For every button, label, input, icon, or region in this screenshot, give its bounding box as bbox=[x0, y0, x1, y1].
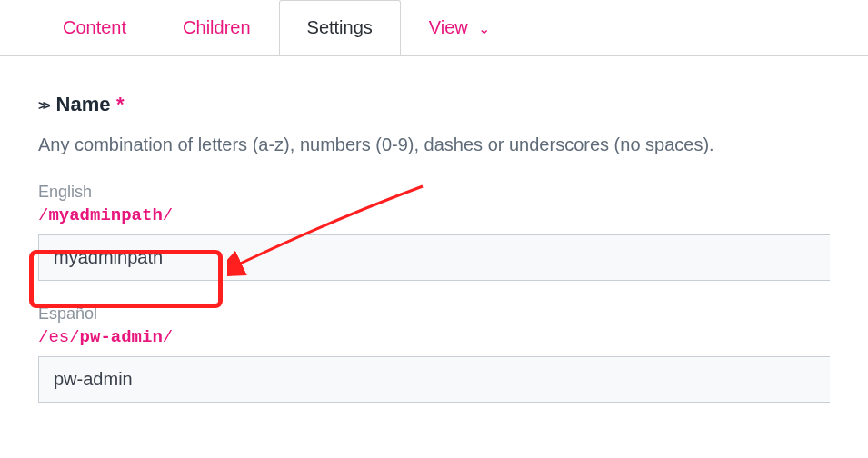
chevron-down-icon: ⌄ bbox=[478, 20, 490, 37]
name-input-english[interactable] bbox=[38, 234, 830, 281]
path-prefix: / bbox=[38, 205, 48, 225]
field-description: Any combination of letters (a-z), number… bbox=[38, 134, 830, 155]
settings-panel: >> Name * Any combination of letters (a-… bbox=[0, 55, 868, 453]
path-bold: myadminpath bbox=[48, 205, 162, 225]
tab-bar: Content Children Settings View ⌄ bbox=[0, 0, 868, 56]
path-suffix: / bbox=[163, 205, 173, 225]
path-display: /es/pw-admin/ bbox=[38, 327, 830, 347]
double-caret-icon: >> bbox=[38, 97, 47, 113]
lang-block-espanol: Español /es/pw-admin/ bbox=[38, 304, 830, 403]
required-mark: * bbox=[116, 93, 125, 115]
lang-block-english: English /myadminpath/ bbox=[38, 183, 830, 281]
path-suffix: / bbox=[163, 327, 173, 347]
tab-content[interactable]: Content bbox=[35, 0, 155, 55]
input-wrap bbox=[38, 356, 830, 403]
path-prefix: /es/ bbox=[38, 327, 80, 347]
name-input-espanol[interactable] bbox=[38, 356, 830, 403]
tab-children[interactable]: Children bbox=[155, 0, 278, 55]
field-header: >> Name * bbox=[38, 93, 830, 116]
path-bold: pw-admin bbox=[80, 327, 163, 347]
tab-view-label: View bbox=[429, 17, 468, 37]
tab-settings[interactable]: Settings bbox=[279, 0, 401, 55]
lang-label: English bbox=[38, 183, 830, 202]
input-wrap bbox=[38, 234, 830, 281]
field-title: Name bbox=[56, 93, 111, 115]
lang-label: Español bbox=[38, 304, 830, 324]
path-display: /myadminpath/ bbox=[38, 205, 830, 225]
tab-view[interactable]: View ⌄ bbox=[401, 0, 519, 55]
